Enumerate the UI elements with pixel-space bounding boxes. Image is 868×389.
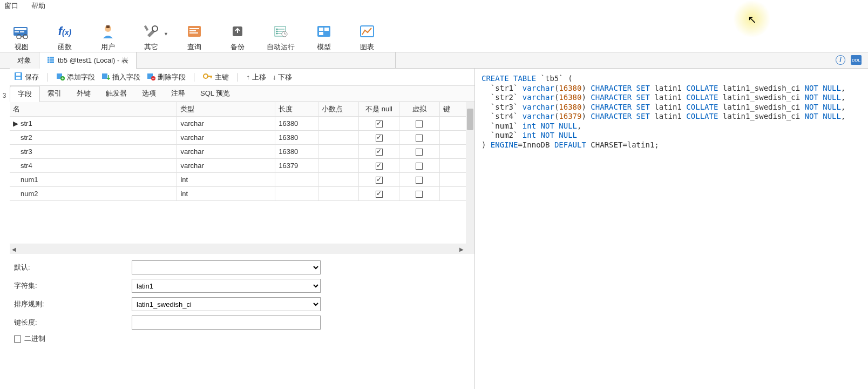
table-row[interactable]: str4varchar16379 <box>10 159 474 173</box>
horizontal-scrollbar[interactable]: ◀ ▶ <box>10 244 474 254</box>
sub-tab-foreignkeys[interactable]: 外键 <box>69 86 98 102</box>
virtual-checkbox[interactable] <box>416 135 423 142</box>
primary-key-label: 主键 <box>215 72 229 82</box>
col-header-notnull[interactable]: 不是 null <box>359 102 399 117</box>
virtual-checkbox[interactable] <box>416 149 423 156</box>
prop-default-select[interactable] <box>132 260 321 274</box>
table-row[interactable]: num2int <box>10 187 474 201</box>
ddl-icon[interactable]: DDL <box>851 55 862 65</box>
left-pane: 保存 │ 添加字段 插入字段 删除字段 │ 主键 │ ↑ <box>0 69 475 389</box>
query-icon <box>185 22 204 41</box>
toolbar-query-label: 查询 <box>187 42 201 52</box>
toolbar-other[interactable]: 其它 ▼ <box>130 14 173 52</box>
svg-point-46 <box>204 74 208 78</box>
notnull-checkbox[interactable] <box>376 135 383 142</box>
add-field-label: 添加字段 <box>67 72 95 82</box>
top-menu: 窗口 帮助 <box>0 0 868 12</box>
toolbar-autorun[interactable]: 自动运行 <box>259 14 302 52</box>
toolbar-model[interactable]: 模型 <box>302 14 345 52</box>
menu-window[interactable]: 窗口 <box>4 1 18 11</box>
notnull-checkbox[interactable] <box>376 120 383 128</box>
sub-tab-triggers[interactable]: 触发器 <box>98 86 134 102</box>
notnull-checkbox[interactable] <box>376 149 383 156</box>
toolbar-user[interactable]: 用户 <box>86 14 130 52</box>
toolbar-autorun-label: 自动运行 <box>267 42 295 52</box>
toolbar-model-label: 模型 <box>317 42 331 52</box>
table-row[interactable]: num1int <box>10 173 474 187</box>
sub-tab-fields[interactable]: 字段 <box>10 86 40 102</box>
tab-active-label: tb5 @test1 (Local) - 表 <box>58 56 128 65</box>
svg-rect-48 <box>211 76 212 78</box>
svg-point-9 <box>152 26 158 31</box>
notnull-checkbox[interactable] <box>376 191 383 198</box>
svg-rect-8 <box>106 25 110 28</box>
fields-grid[interactable]: 名 类型 长度 小数点 不是 null 虚拟 键 ▶str1varchar163… <box>10 102 474 201</box>
prop-binary-checkbox[interactable] <box>14 336 21 343</box>
col-header-virtual[interactable]: 虚拟 <box>399 102 439 117</box>
virtual-checkbox[interactable] <box>416 191 423 198</box>
virtual-checkbox[interactable] <box>416 163 423 170</box>
table-row[interactable]: str3varchar16380 <box>10 145 474 159</box>
svg-rect-14 <box>189 32 198 33</box>
menu-help[interactable]: 帮助 <box>31 1 45 11</box>
toolbar-view[interactable]: 视图 <box>0 14 43 52</box>
virtual-checkbox[interactable] <box>416 177 423 184</box>
svg-rect-31 <box>48 57 54 63</box>
move-up-button[interactable]: ↑ 上移 <box>246 72 266 82</box>
primary-key-button[interactable]: 主键 <box>203 72 229 82</box>
toolbar-query[interactable]: 查询 <box>173 14 216 52</box>
scroll-right-icon[interactable]: ▶ <box>457 246 466 252</box>
up-arrow-icon: ↑ <box>246 73 250 81</box>
prop-keylen-input[interactable] <box>132 316 321 330</box>
tab-table-editor[interactable]: tb5 @test1 (Local) - 表 <box>39 52 137 69</box>
separator: │ <box>235 73 240 81</box>
table-row[interactable]: str2varchar16380 <box>10 131 474 145</box>
sub-tab-comment[interactable]: 注释 <box>164 86 193 102</box>
svg-rect-28 <box>324 28 329 31</box>
prop-charset-select[interactable]: latin1 <box>132 279 321 293</box>
user-icon <box>98 22 118 41</box>
toolbar-backup[interactable]: 备份 <box>216 14 259 52</box>
col-header-name[interactable]: 名 <box>10 102 177 117</box>
svg-rect-3 <box>20 31 24 32</box>
svg-point-20 <box>276 29 278 30</box>
info-icon[interactable]: i <box>836 55 845 65</box>
key-icon <box>203 72 213 82</box>
svg-rect-37 <box>16 77 21 79</box>
move-down-button[interactable]: ↓ 下移 <box>273 72 293 82</box>
toolbar-function[interactable]: f(x) 函数 <box>43 14 86 52</box>
prop-collation-select[interactable]: latin1_swedish_ci <box>132 297 321 311</box>
toolbar-user-label: 用户 <box>101 42 115 52</box>
sub-tab-sqlpreview[interactable]: SQL 预览 <box>193 86 238 102</box>
table-icon <box>47 56 55 65</box>
save-button[interactable]: 保存 <box>14 72 39 82</box>
tools-icon <box>141 22 161 41</box>
prop-keylen-label: 键长度: <box>14 318 127 327</box>
chart-icon <box>357 22 377 41</box>
scroll-left-icon[interactable]: ◀ <box>10 246 18 252</box>
notnull-checkbox[interactable] <box>376 177 383 184</box>
add-field-button[interactable]: 添加字段 <box>56 72 95 82</box>
toolbar-chart[interactable]: 图表 <box>345 14 389 52</box>
col-header-length[interactable]: 长度 <box>275 102 318 117</box>
prop-binary-label: 二进制 <box>24 334 45 344</box>
col-header-decimal[interactable]: 小数点 <box>318 102 359 117</box>
svg-point-21 <box>276 31 278 32</box>
delete-field-button[interactable]: 删除字段 <box>147 72 186 82</box>
notnull-checkbox[interactable] <box>376 163 383 170</box>
save-label: 保存 <box>25 72 39 82</box>
fx-icon: f(x) <box>55 22 74 41</box>
prop-default-label: 默认: <box>14 263 127 272</box>
col-header-type[interactable]: 类型 <box>177 102 275 117</box>
insert-field-button[interactable]: 插入字段 <box>101 72 140 82</box>
insert-field-icon <box>101 72 110 82</box>
scrollbar-thumb[interactable] <box>467 109 473 130</box>
virtual-checkbox[interactable] <box>416 120 423 128</box>
table-row[interactable]: ▶str1varchar16380 <box>10 117 474 131</box>
vertical-scrollbar[interactable] <box>466 102 474 244</box>
sub-tab-bar: 字段 索引 外键 触发器 选项 注释 SQL 预览 <box>10 86 474 102</box>
svg-rect-27 <box>319 28 323 31</box>
sub-tab-indexes[interactable]: 索引 <box>40 86 69 102</box>
sub-tab-options[interactable]: 选项 <box>134 86 164 102</box>
tab-objects[interactable]: 对象 <box>10 52 39 69</box>
